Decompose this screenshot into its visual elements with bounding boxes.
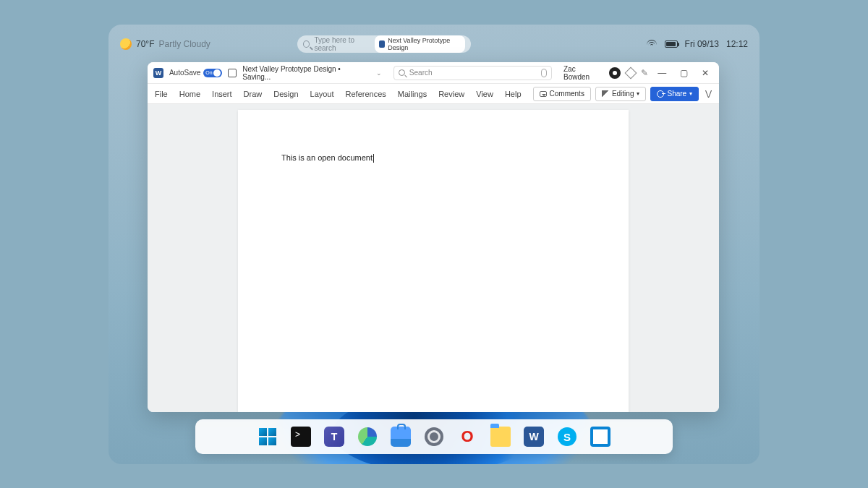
pencil-icon: [602, 90, 609, 98]
weather-widget[interactable]: 70°F Partly Cloudy: [120, 38, 210, 50]
tab-design[interactable]: Design: [273, 90, 298, 98]
editing-button[interactable]: Editing ▾: [595, 87, 647, 101]
mail-app-icon[interactable]: [590, 427, 610, 447]
tab-file[interactable]: File: [155, 90, 168, 98]
word-icon: [379, 40, 386, 48]
chip-label: Next Valley Prototype Design: [388, 37, 461, 51]
weather-temp: 70°F: [136, 39, 154, 49]
tab-view[interactable]: View: [476, 90, 493, 98]
comments-button[interactable]: Comments: [533, 87, 591, 101]
toggle-switch[interactable]: On: [203, 69, 222, 77]
search-placeholder: Search: [409, 69, 433, 77]
maximize-button[interactable]: ▢: [676, 65, 692, 81]
battery-icon[interactable]: [665, 40, 678, 48]
word-window: W AutoSave On Next Valley Prototype Desi…: [148, 62, 719, 412]
weather-icon: [120, 38, 132, 50]
autosave-label: AutoSave: [169, 69, 200, 77]
document-canvas[interactable]: This is an open document: [148, 104, 719, 412]
autosave-toggle[interactable]: AutoSave On: [169, 69, 222, 77]
skype-app-icon[interactable]: S: [557, 427, 577, 447]
system-time[interactable]: 12:12: [726, 39, 748, 49]
system-search[interactable]: Type here to search Next Valley Prototyp…: [297, 35, 471, 53]
minimize-button[interactable]: —: [654, 65, 670, 81]
tab-draw[interactable]: Draw: [244, 90, 263, 98]
tab-layout[interactable]: Layout: [310, 90, 334, 98]
ribbon-tabs: File Home Insert Draw Design Layout Refe…: [148, 84, 719, 104]
ribbon-options-icon[interactable]: ⋁: [703, 89, 713, 99]
system-bar: 70°F Partly Cloudy Type here to search N…: [109, 35, 760, 53]
tab-insert[interactable]: Insert: [212, 90, 232, 98]
tab-references[interactable]: References: [346, 90, 386, 98]
search-icon: [303, 40, 310, 48]
save-icon[interactable]: [228, 69, 237, 77]
chevron-down-icon: ▾: [689, 90, 692, 97]
comment-icon: [540, 91, 547, 97]
document-title[interactable]: Next Valley Prototype Design • Saving...: [242, 65, 370, 81]
search-icon: [399, 69, 405, 76]
word-app-icon: W: [153, 68, 163, 78]
tab-mailings[interactable]: Mailings: [398, 90, 427, 98]
teams-app-icon[interactable]: [324, 427, 344, 447]
close-button[interactable]: ✕: [697, 65, 713, 81]
document-body-text[interactable]: This is an open document: [281, 153, 374, 162]
mic-icon[interactable]: [541, 69, 547, 77]
explorer-app-icon[interactable]: [490, 427, 511, 447]
word-app-icon[interactable]: W: [524, 427, 544, 447]
weather-condition: Partly Cloudy: [158, 39, 210, 49]
system-date[interactable]: Fri 09/13: [685, 39, 719, 49]
tab-help[interactable]: Help: [505, 90, 522, 98]
office-app-icon[interactable]: O: [457, 427, 477, 447]
chevron-down-icon: ▾: [637, 90, 639, 97]
settings-app-icon[interactable]: [424, 427, 444, 447]
share-icon: [657, 90, 664, 98]
premium-icon[interactable]: [625, 67, 637, 79]
pen-icon[interactable]: ✎: [641, 68, 648, 78]
edge-app-icon[interactable]: [357, 427, 378, 447]
search-suggestion-chip[interactable]: Next Valley Prototype Design: [375, 35, 466, 53]
share-button[interactable]: Share ▾: [650, 87, 699, 101]
wifi-icon[interactable]: [646, 40, 658, 48]
title-bar: W AutoSave On Next Valley Prototype Desi…: [148, 62, 719, 84]
chevron-down-icon[interactable]: ⌄: [376, 69, 382, 77]
system-tray: Fri 09/13 12:12: [646, 39, 748, 49]
start-button[interactable]: [258, 427, 278, 447]
taskbar: O W S: [195, 419, 673, 454]
tab-home[interactable]: Home: [179, 90, 200, 98]
avatar[interactable]: [609, 67, 621, 79]
user-name[interactable]: Zac Bowden: [563, 65, 603, 81]
document-page[interactable]: This is an open document: [238, 110, 629, 412]
terminal-app-icon[interactable]: [291, 427, 311, 447]
search-placeholder: Type here to search: [314, 36, 370, 52]
store-app-icon[interactable]: [391, 427, 411, 447]
desktop: 70°F Partly Cloudy Type here to search N…: [109, 25, 760, 464]
tab-review[interactable]: Review: [438, 90, 464, 98]
word-search[interactable]: Search: [393, 66, 552, 80]
